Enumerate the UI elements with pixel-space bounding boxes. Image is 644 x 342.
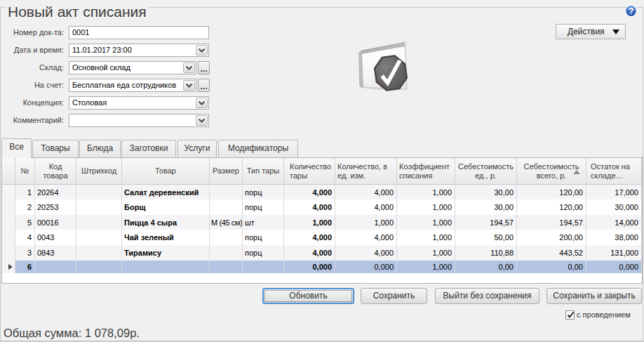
svg-text:?: ? xyxy=(629,6,634,16)
